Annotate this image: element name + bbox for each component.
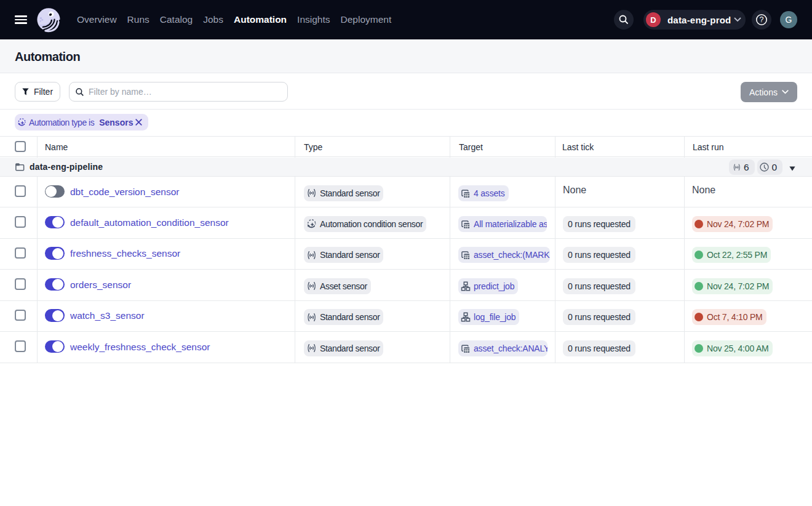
svg-text:?: ? [760, 15, 764, 24]
